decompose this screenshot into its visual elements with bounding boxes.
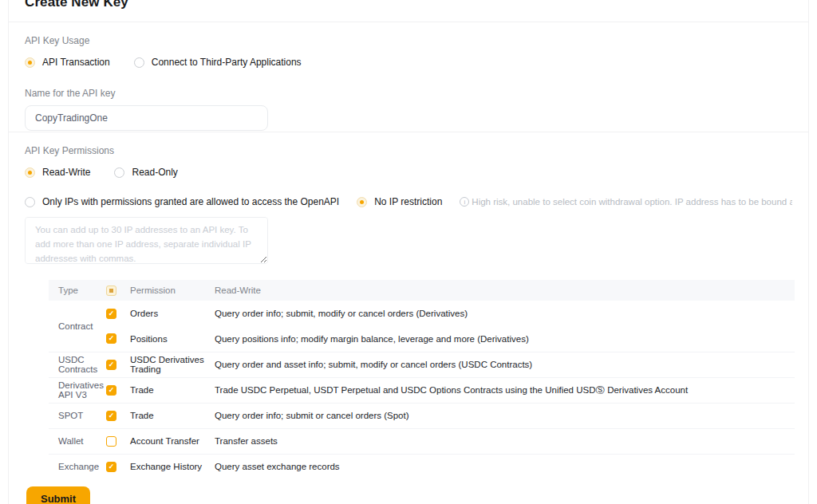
row-type-label: Wallet: [49, 428, 106, 454]
row-type-label: USDC Contracts: [49, 352, 106, 377]
permission-checkbox[interactable]: [106, 360, 116, 370]
permission-checkbox[interactable]: [106, 462, 116, 472]
radio-label: Only IPs with permissions granted are al…: [42, 196, 339, 207]
row-checkbox-cell: [106, 428, 130, 454]
modal-title: Create New Key: [25, 0, 792, 10]
radio-label: API Transaction: [42, 57, 110, 68]
table-row: ExchangeExchange HistoryQuery asset exch…: [49, 454, 795, 479]
api-key-usage-label: API Key Usage: [25, 35, 792, 46]
permission-name: Positions: [130, 326, 215, 352]
permission-name: USDC Derivatives Trading: [130, 352, 215, 377]
table-row: Derivatives API V3TradeTrade USDC Perpet…: [49, 377, 795, 403]
row-checkbox-cell: [106, 352, 130, 377]
row-checkbox-cell: [106, 301, 130, 326]
permissions-table: Type Permission Read-Write ContractOrder…: [49, 280, 795, 479]
section-usage-and-name: API Key Usage API Transaction Connect to…: [9, 22, 808, 132]
radio-label: Connect to Third-Party Applications: [152, 57, 302, 68]
row-type-label: Exchange: [49, 454, 106, 479]
header-checkbox-cell: [106, 280, 130, 301]
radio-no-ip-restriction[interactable]: No IP restriction: [357, 196, 442, 207]
column-header-read-write: Read-Write: [215, 280, 795, 301]
modal-header: Create New Key: [9, 0, 808, 22]
column-header-permission: Permission: [130, 280, 215, 301]
radio-read-write[interactable]: Read-Write: [25, 167, 90, 178]
permissions-radio-group: Read-Write Read-Only: [25, 167, 792, 178]
table-row: USDC ContractsUSDC Derivatives TradingQu…: [49, 352, 795, 377]
submit-button[interactable]: Submit: [26, 486, 90, 504]
radio-read-only[interactable]: Read-Only: [114, 167, 177, 178]
permission-checkbox[interactable]: [106, 309, 116, 319]
radio-icon[interactable]: [25, 167, 35, 178]
permission-checkbox[interactable]: [106, 385, 116, 396]
table-row: WalletAccount TransferTransfer assets: [49, 428, 795, 454]
permission-name: Orders: [130, 301, 215, 326]
radio-icon[interactable]: [25, 197, 35, 207]
column-header-type: Type: [49, 280, 106, 301]
radio-label: No IP restriction: [374, 196, 442, 207]
api-key-name-input[interactable]: [25, 105, 268, 131]
permission-description: Query order and asset info; submit, modi…: [215, 352, 795, 377]
permissions-table-body: ContractOrdersQuery order info; submit, …: [49, 301, 795, 479]
row-type-label: Contract: [49, 301, 106, 352]
radio-api-transaction[interactable]: API Transaction: [25, 57, 110, 68]
permission-checkbox[interactable]: [106, 333, 116, 344]
permission-description: Trade USDC Perpetual, USDT Perpetual and…: [215, 377, 795, 403]
permission-description: Query positions info; modify margin bala…: [215, 326, 795, 352]
radio-label: Read-Only: [132, 167, 177, 178]
permission-name: Trade: [130, 403, 215, 428]
permission-checkbox[interactable]: [106, 436, 116, 447]
api-key-name-label: Name for the API key: [25, 88, 792, 99]
permission-description: Query order info; submit or cancel order…: [215, 403, 795, 428]
row-type-label: SPOT: [49, 403, 106, 428]
permission-name: Trade: [130, 377, 215, 403]
modal-footer: Submit: [9, 479, 808, 504]
row-checkbox-cell: [106, 403, 130, 428]
ip-restriction-radio-group: Only IPs with permissions granted are al…: [25, 196, 792, 207]
radio-icon[interactable]: [25, 57, 35, 68]
radio-label: Read-Write: [42, 167, 90, 178]
permission-name: Exchange History: [130, 454, 215, 479]
high-risk-note-text: High risk, unable to select coin withdra…: [472, 197, 792, 207]
row-type-label: Derivatives API V3: [49, 377, 106, 403]
permission-description: Transfer assets: [215, 428, 795, 454]
table-header-row: Type Permission Read-Write: [49, 280, 795, 301]
table-row: ContractOrdersQuery order info; submit, …: [49, 301, 795, 326]
radio-icon[interactable]: [134, 57, 144, 68]
info-icon: i: [460, 197, 469, 207]
permission-checkbox[interactable]: [106, 411, 116, 421]
row-checkbox-cell: [106, 454, 130, 479]
create-key-modal: Create New Key API Key Usage API Transac…: [8, 0, 809, 504]
select-all-checkbox[interactable]: [106, 285, 116, 296]
section-permissions: API Key Permissions Read-Write Read-Only…: [9, 132, 808, 479]
radio-icon[interactable]: [357, 197, 367, 207]
table-row: SPOTTradeQuery order info; submit or can…: [49, 403, 795, 428]
row-checkbox-cell: [106, 377, 130, 403]
permission-name: Account Transfer: [130, 428, 215, 454]
usage-radio-group: API Transaction Connect to Third-Party A…: [25, 57, 792, 68]
high-risk-note: i High risk, unable to select coin withd…: [460, 197, 792, 207]
radio-ip-whitelist[interactable]: Only IPs with permissions granted are al…: [25, 196, 339, 207]
ip-addresses-textarea[interactable]: [25, 217, 268, 264]
radio-third-party-applications[interactable]: Connect to Third-Party Applications: [134, 57, 302, 68]
table-row: PositionsQuery positions info; modify ma…: [49, 326, 795, 352]
api-key-permissions-label: API Key Permissions: [25, 145, 792, 156]
permission-description: Query order info; submit, modify or canc…: [215, 301, 795, 326]
radio-icon[interactable]: [114, 167, 124, 178]
row-checkbox-cell: [106, 326, 130, 352]
permission-description: Query asset exchange records: [215, 454, 795, 479]
